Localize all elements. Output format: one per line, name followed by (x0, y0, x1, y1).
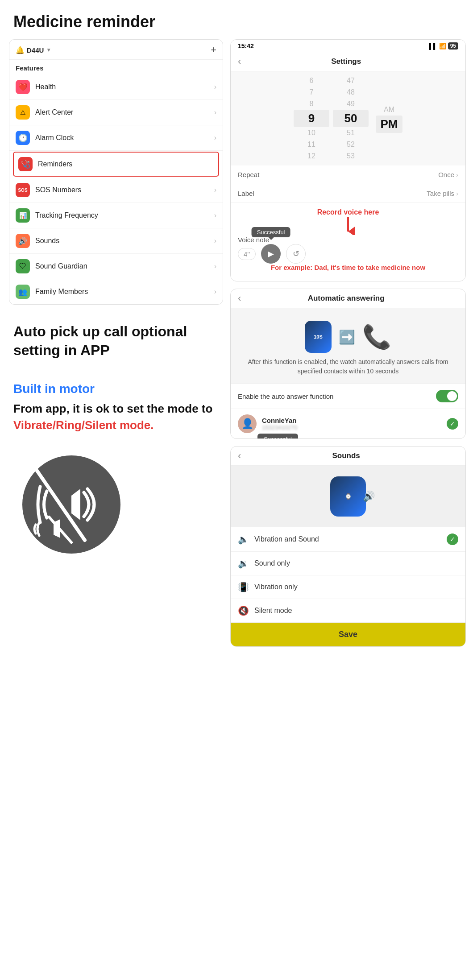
voice-play-button[interactable]: ▶ (261, 244, 281, 264)
hour-12: 12 (294, 150, 329, 162)
hour-8: 8 (294, 98, 329, 110)
chevron-icon: › (214, 134, 216, 142)
chevron-icon: › (214, 237, 216, 245)
sidebar-label-alarm: Alarm Clock (35, 134, 214, 142)
chevron-icon: › (214, 211, 216, 219)
left-panel: 🔔 D44U ▼ + Features ❤️ Health › ⚠ Alert … (4, 39, 228, 654)
redo-icon: ↺ (293, 249, 299, 259)
sidebar-label-reminders: Reminders (38, 160, 214, 168)
contact-row: 👤 ConnieYan 15323410270 ✓ Successful (231, 409, 465, 438)
sidebar-item-soundguardian[interactable]: 🛡 Sound Guardian › (9, 254, 223, 279)
silent-icon: 🔇 (238, 605, 249, 616)
device-name: 🔔 D44U ▼ (16, 46, 51, 54)
min-51: 51 (333, 127, 369, 139)
tracking-icon: 📊 (16, 208, 30, 223)
sidebar-item-tracking[interactable]: 📊 Tracking Frequency › (9, 203, 223, 228)
sounds-title: Sounds (246, 451, 446, 460)
vibrate-icon-circle (22, 455, 120, 554)
label-row[interactable]: Label Take pills › (231, 184, 465, 203)
sound-only-icon: 🔉 (238, 558, 249, 569)
vibration-only-label: Vibration only (254, 583, 458, 591)
motor-title: Built in motor (13, 382, 219, 396)
auto-answer-title: Automatic answering (246, 294, 446, 303)
repeat-value: Once › (438, 171, 458, 178)
sidebar-label-soundguardian: Sound Guardian (35, 262, 214, 270)
voice-note-section: Record voice here Voice note 4'' (231, 203, 465, 281)
add-button[interactable]: + (211, 44, 216, 56)
sidebar-item-alarm[interactable]: 🕐 Alarm Clock › (9, 125, 223, 151)
chevron-icon: › (214, 83, 216, 91)
chevron-icon: › (214, 186, 216, 194)
soundguardian-icon: 🛡 (16, 259, 30, 273)
min-47: 47 (333, 75, 369, 87)
label-label: Label (238, 190, 254, 197)
toggle-knob (447, 391, 457, 401)
auto-pickup-section: Auto pick up call optional setting in AP… (4, 305, 228, 368)
voice-play-container: Successful ▶ (261, 244, 281, 264)
sounds-navbar: ‹ Sounds (231, 447, 465, 466)
voice-duration: 4'' (238, 248, 256, 260)
right-panel: 15:42 ▌▌ 📶 95 ‹ Settings 6 7 8 9 (228, 39, 469, 654)
vibration-only-icon: 📳 (238, 582, 249, 592)
sidebar-label-sos: SOS Numbers (35, 186, 214, 194)
auto-answer-toggle[interactable] (436, 390, 458, 402)
hour-7: 7 (294, 87, 329, 98)
sidebar-item-alert[interactable]: ⚠ Alert Center › (9, 100, 223, 125)
voice-redo-button[interactable]: ↺ (286, 244, 306, 264)
auto-answer-toggle-row: Enable the auto answer function (231, 383, 465, 409)
auto-answer-illustration: 10S ➡️ 📞 After this function is enabled,… (231, 308, 465, 383)
time-picker[interactable]: 6 7 8 9 10 11 12 47 48 49 50 51 52 53 (231, 71, 465, 165)
sidebar: 🔔 D44U ▼ + Features ❤️ Health › ⚠ Alert … (9, 39, 223, 305)
pm-option-selected[interactable]: PM (376, 116, 402, 133)
watch-icon: 10S (305, 321, 332, 353)
svg-marker-3 (71, 489, 80, 520)
ampm-column[interactable]: AM PM (376, 104, 402, 133)
auto-answer-phone-frame: ‹ Automatic answering 10S ➡️ 📞 Afte (230, 289, 466, 439)
auto-answer-back-button[interactable]: ‹ (238, 293, 241, 304)
sidebar-label-tracking: Tracking Frequency (35, 211, 214, 219)
hour-9-selected[interactable]: 9 (294, 110, 329, 127)
min-50-selected[interactable]: 50 (333, 110, 369, 127)
min-53: 53 (333, 150, 369, 162)
sidebar-label-alert: Alert Center (35, 108, 214, 116)
alert-icon: ⚠ (16, 105, 30, 120)
sidebar-item-sounds[interactable]: 🔊 Sounds › (9, 228, 223, 254)
status-time: 15:42 (238, 42, 254, 50)
motor-desc: From app, it is ok to set the mode to Vi… (13, 401, 219, 433)
back-button[interactable]: ‹ (238, 56, 241, 67)
sos-icon: SOS (16, 183, 30, 197)
chevron-icon: › (214, 108, 216, 116)
hour-6: 6 (294, 75, 329, 87)
label-chevron: › (456, 190, 458, 197)
contact-avatar: 👤 (238, 414, 257, 433)
hour-column[interactable]: 6 7 8 9 10 11 12 (294, 75, 329, 162)
sound-option-vibration-sound[interactable]: 🔈 Vibration and Sound ✓ (231, 527, 465, 552)
contact-successful-tooltip: Successful (257, 434, 298, 439)
contact-info: ConnieYan 15323410270 (262, 417, 447, 431)
sidebar-item-health[interactable]: ❤️ Health › (9, 74, 223, 100)
sidebar-label-sounds: Sounds (35, 237, 214, 245)
label-value: Take pills › (427, 190, 458, 197)
repeat-row[interactable]: Repeat Once › (231, 165, 465, 184)
sidebar-item-family[interactable]: 👥 Family Members › (9, 279, 223, 304)
chevron-icon: › (214, 288, 216, 296)
watch-screen-text: 10S (314, 334, 323, 339)
sounds-back-button[interactable]: ‹ (238, 450, 241, 462)
vibration-sound-label: Vibration and Sound (254, 535, 447, 543)
save-button[interactable]: Save (231, 623, 465, 646)
auto-pickup-title: Auto pick up call optional setting in AP… (13, 323, 219, 360)
sound-option-sound-only[interactable]: 🔉 Sound only (231, 552, 465, 575)
auto-answer-navbar: ‹ Automatic answering (231, 289, 465, 308)
status-bar: 15:42 ▌▌ 📶 95 (231, 40, 465, 52)
sound-option-silent[interactable]: 🔇 Silent mode (231, 599, 465, 623)
settings-navbar: ‹ Settings (231, 52, 465, 71)
sound-option-vibration-only[interactable]: 📳 Vibration only (231, 575, 465, 599)
repeat-label: Repeat (238, 171, 259, 178)
am-option[interactable]: AM (376, 104, 402, 116)
motor-highlight: Vibrate/Ring/Silent mode. (13, 418, 154, 432)
minute-column[interactable]: 47 48 49 50 51 52 53 (333, 75, 369, 162)
vibration-sound-check: ✓ (447, 533, 458, 545)
sidebar-item-reminders[interactable]: 🩺 Reminders (13, 152, 219, 177)
sidebar-item-sos[interactable]: SOS SOS Numbers › (9, 178, 223, 203)
sound-only-label: Sound only (254, 559, 458, 567)
